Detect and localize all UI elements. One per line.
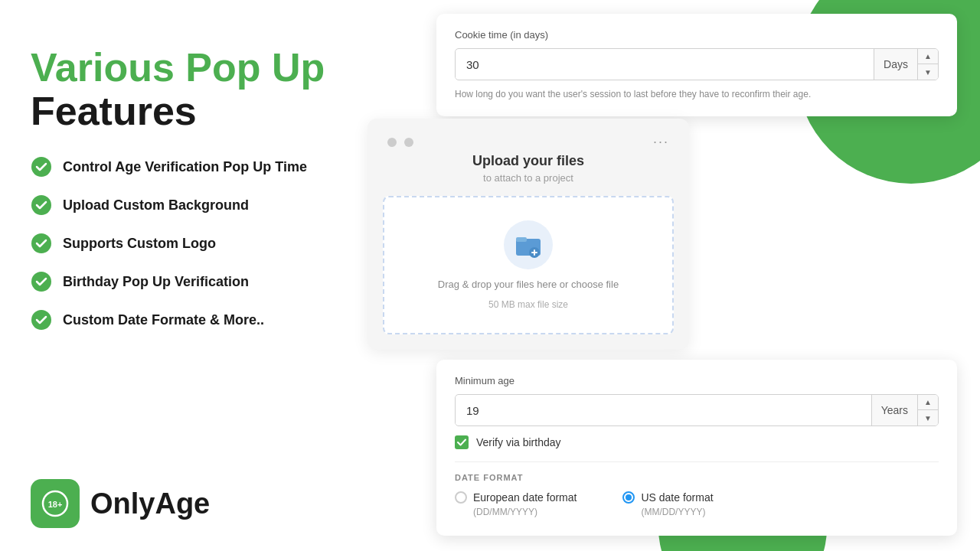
logo-name: OnlyAge <box>90 487 210 520</box>
us-radio-label: US date format <box>641 491 713 504</box>
left-panel: Various Pop Up Features Control Age Veri… <box>31 46 337 331</box>
cookie-decrement[interactable]: ▼ <box>918 64 938 80</box>
logo-area: 18+ OnlyAge <box>31 479 210 528</box>
cookie-spinner: ▲ ▼ <box>917 49 938 80</box>
verify-birthday-label: Verify via birthday <box>476 436 561 448</box>
cookie-increment[interactable]: ▲ <box>918 49 938 64</box>
european-date-option[interactable]: European date format (DD/MM/YYYY) <box>455 491 577 517</box>
us-radio[interactable] <box>622 491 635 504</box>
european-radio-row: European date format <box>455 491 577 504</box>
logo-badge-icon: 18+ <box>38 487 72 520</box>
title-black: Features <box>31 89 197 133</box>
us-radio-dot <box>626 494 632 500</box>
age-input-row: Years ▲ ▼ <box>455 394 939 426</box>
window-ctrl-minimize <box>387 138 397 147</box>
age-increment[interactable]: ▲ <box>918 395 938 410</box>
svg-point-4 <box>31 310 51 330</box>
date-format-options: European date format (DD/MM/YYYY) US dat… <box>455 491 939 517</box>
verify-birthday-checkbox[interactable] <box>455 435 469 449</box>
check-icon-4 <box>31 271 52 292</box>
age-unit: Years <box>871 395 917 425</box>
date-format-title: DATE FORMAT <box>455 473 939 482</box>
age-spinner: ▲ ▼ <box>917 395 938 425</box>
age-decrement[interactable]: ▼ <box>918 410 938 425</box>
title-green: Various Pop Up <box>31 45 325 90</box>
european-radio-label: European date format <box>473 491 577 504</box>
svg-rect-8 <box>516 237 527 242</box>
us-date-option[interactable]: US date format (MM/DD/YYYY) <box>622 491 713 517</box>
upload-dropzone[interactable]: Drag & drop your files here or choose fi… <box>383 196 674 334</box>
check-icon-2 <box>31 194 52 216</box>
cookie-card-label: Cookie time (in days) <box>455 29 939 41</box>
feature-item-3: Supports Custom Logo <box>31 233 337 254</box>
age-value-input[interactable] <box>456 396 871 425</box>
cookie-value-input[interactable] <box>456 51 874 79</box>
svg-point-1 <box>31 195 51 215</box>
upload-drop-text: Drag & drop your files here or choose fi… <box>438 279 619 290</box>
us-radio-row: US date format <box>622 491 713 504</box>
svg-text:18+: 18+ <box>48 500 63 509</box>
folder-icon-wrapper <box>504 220 553 269</box>
european-sub-label: (DD/MM/YYYY) <box>473 507 577 517</box>
upload-card-header: ··· <box>383 134 674 150</box>
main-title: Various Pop Up Features <box>31 46 337 133</box>
feature-item-4: Birthday Pop Up Verification <box>31 271 337 292</box>
cookie-card: Cookie time (in days) Days ▲ ▼ How long … <box>436 14 957 116</box>
folder-icon <box>514 231 542 259</box>
right-panel: Cookie time (in days) Days ▲ ▼ How long … <box>368 0 980 551</box>
feature-item-2: Upload Custom Background <box>31 194 337 216</box>
features-list: Control Age Verification Pop Up Time Upl… <box>31 156 337 331</box>
check-icon-5 <box>31 309 52 331</box>
svg-point-0 <box>31 157 51 177</box>
date-format-section: DATE FORMAT European date format (DD/MM/… <box>455 461 939 517</box>
checkbox-check-icon <box>457 439 466 446</box>
upload-card-menu[interactable]: ··· <box>653 134 669 150</box>
svg-point-2 <box>31 233 51 253</box>
check-icon-1 <box>31 156 52 178</box>
verify-birthday-row: Verify via birthday <box>455 435 939 449</box>
window-ctrl-expand <box>404 138 413 147</box>
logo-badge: 18+ <box>31 479 80 528</box>
age-card-label: Minimum age <box>455 375 939 386</box>
feature-item-5: Custom Date Formate & More.. <box>31 309 337 331</box>
upload-card: ··· Upload your files to attach to a pro… <box>368 119 689 350</box>
upload-subtitle: to attach to a project <box>383 172 674 184</box>
cookie-input-row: Days ▲ ▼ <box>455 48 939 80</box>
cookie-unit: Days <box>874 49 917 80</box>
check-icon-3 <box>31 233 52 254</box>
european-radio[interactable] <box>455 491 467 504</box>
upload-size-text: 50 MB max file size <box>488 299 568 310</box>
us-sub-label: (MM/DD/YYYY) <box>641 507 713 517</box>
feature-item-1: Control Age Verification Pop Up Time <box>31 156 337 178</box>
age-card: Minimum age Years ▲ ▼ Verify via birthda… <box>436 360 957 536</box>
svg-point-3 <box>31 272 51 292</box>
cookie-hint: How long do you want the user's session … <box>455 88 939 101</box>
upload-title: Upload your files <box>383 153 674 169</box>
window-controls <box>387 138 413 147</box>
